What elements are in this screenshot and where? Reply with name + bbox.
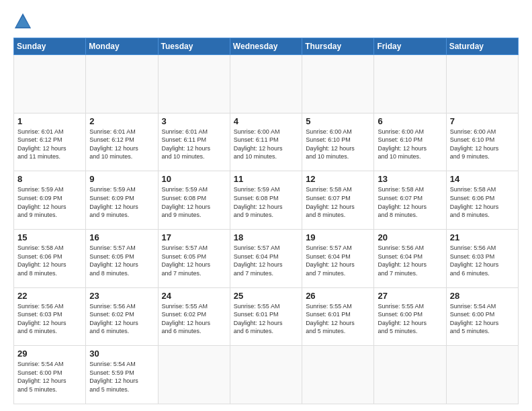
cell-info: Sunrise: 5:55 AMSunset: 6:01 PMDaylight:… xyxy=(234,302,298,336)
calendar-week-2: 8Sunrise: 5:59 AMSunset: 6:09 PMDaylight… xyxy=(14,171,519,230)
calendar-cell: 7Sunrise: 6:00 AMSunset: 6:10 PMDaylight… xyxy=(446,113,518,171)
day-number: 1 xyxy=(17,116,82,126)
header xyxy=(13,12,519,31)
day-number: 25 xyxy=(234,291,298,301)
calendar-cell: 29Sunrise: 5:54 AMSunset: 6:00 PMDayligh… xyxy=(14,346,86,404)
calendar-cell: 27Sunrise: 5:55 AMSunset: 6:00 PMDayligh… xyxy=(374,287,446,346)
calendar-cell: 26Sunrise: 5:55 AMSunset: 6:01 PMDayligh… xyxy=(302,287,374,346)
day-number: 3 xyxy=(162,116,226,126)
day-header-saturday: Saturday xyxy=(446,38,518,55)
logo-icon xyxy=(13,12,32,31)
day-number: 20 xyxy=(378,232,442,242)
cell-info: Sunrise: 6:00 AMSunset: 6:10 PMDaylight:… xyxy=(450,128,515,161)
calendar-cell: 22Sunrise: 5:56 AMSunset: 6:03 PMDayligh… xyxy=(14,287,86,346)
calendar-cell xyxy=(374,55,446,113)
day-number: 22 xyxy=(17,291,82,301)
calendar-cell: 30Sunrise: 5:54 AMSunset: 5:59 PMDayligh… xyxy=(86,346,158,404)
day-number: 28 xyxy=(450,291,515,301)
day-header-friday: Friday xyxy=(374,38,446,55)
day-header-sunday: Sunday xyxy=(14,38,86,55)
cell-info: Sunrise: 5:59 AMSunset: 6:08 PMDaylight:… xyxy=(162,185,226,219)
calendar-cell: 11Sunrise: 5:59 AMSunset: 6:08 PMDayligh… xyxy=(230,171,302,230)
calendar-week-5: 29Sunrise: 5:54 AMSunset: 6:00 PMDayligh… xyxy=(14,346,519,404)
cell-info: Sunrise: 5:54 AMSunset: 6:00 PMDaylight:… xyxy=(450,302,515,336)
day-number: 11 xyxy=(234,174,298,184)
day-number: 29 xyxy=(17,349,82,359)
day-header-thursday: Thursday xyxy=(302,38,374,55)
day-header-wednesday: Wednesday xyxy=(230,38,302,55)
calendar-cell xyxy=(158,346,230,404)
logo xyxy=(13,12,35,31)
cell-info: Sunrise: 5:56 AMSunset: 6:03 PMDaylight:… xyxy=(450,244,515,277)
day-header-monday: Monday xyxy=(86,38,158,55)
day-number: 18 xyxy=(234,232,298,242)
day-number: 15 xyxy=(17,232,82,242)
calendar-cell: 25Sunrise: 5:55 AMSunset: 6:01 PMDayligh… xyxy=(230,287,302,346)
calendar-cell: 4Sunrise: 6:00 AMSunset: 6:11 PMDaylight… xyxy=(230,113,302,171)
calendar-cell: 1Sunrise: 6:01 AMSunset: 6:12 PMDaylight… xyxy=(14,113,86,171)
cell-info: Sunrise: 5:56 AMSunset: 6:03 PMDaylight:… xyxy=(17,302,82,336)
calendar-cell: 24Sunrise: 5:55 AMSunset: 6:02 PMDayligh… xyxy=(158,287,230,346)
calendar-cell: 8Sunrise: 5:59 AMSunset: 6:09 PMDaylight… xyxy=(14,171,86,230)
page: SundayMondayTuesdayWednesdayThursdayFrid… xyxy=(0,0,532,411)
day-header-tuesday: Tuesday xyxy=(158,38,230,55)
cell-info: Sunrise: 5:55 AMSunset: 6:00 PMDaylight:… xyxy=(378,302,442,336)
calendar-cell: 9Sunrise: 5:59 AMSunset: 6:09 PMDaylight… xyxy=(86,171,158,230)
calendar-cell: 18Sunrise: 5:57 AMSunset: 6:04 PMDayligh… xyxy=(230,229,302,287)
day-number: 23 xyxy=(89,291,154,301)
calendar-cell: 20Sunrise: 5:56 AMSunset: 6:04 PMDayligh… xyxy=(374,229,446,287)
calendar-cell xyxy=(446,346,518,404)
calendar-cell: 17Sunrise: 5:57 AMSunset: 6:05 PMDayligh… xyxy=(158,229,230,287)
cell-info: Sunrise: 5:57 AMSunset: 6:04 PMDaylight:… xyxy=(306,244,370,277)
day-number: 27 xyxy=(378,291,442,301)
day-number: 14 xyxy=(450,174,515,184)
cell-info: Sunrise: 5:57 AMSunset: 6:05 PMDaylight:… xyxy=(162,244,226,277)
calendar-cell: 3Sunrise: 6:01 AMSunset: 6:11 PMDaylight… xyxy=(158,113,230,171)
calendar-cell xyxy=(302,346,374,404)
day-number: 26 xyxy=(306,291,370,301)
calendar-week-1: 1Sunrise: 6:01 AMSunset: 6:12 PMDaylight… xyxy=(14,113,519,171)
day-number: 24 xyxy=(162,291,226,301)
calendar-cell xyxy=(446,55,518,113)
day-number: 21 xyxy=(450,232,515,242)
calendar-cell xyxy=(86,55,158,113)
cell-info: Sunrise: 5:57 AMSunset: 6:04 PMDaylight:… xyxy=(234,244,298,277)
day-number: 6 xyxy=(378,116,442,126)
cell-info: Sunrise: 5:55 AMSunset: 6:01 PMDaylight:… xyxy=(306,302,370,336)
cell-info: Sunrise: 5:58 AMSunset: 6:06 PMDaylight:… xyxy=(17,244,82,277)
day-number: 17 xyxy=(162,232,226,242)
cell-info: Sunrise: 5:57 AMSunset: 6:05 PMDaylight:… xyxy=(89,244,154,277)
svg-marker-1 xyxy=(16,16,30,28)
calendar-header-row: SundayMondayTuesdayWednesdayThursdayFrid… xyxy=(14,38,519,55)
day-number: 2 xyxy=(89,116,154,126)
calendar-cell: 19Sunrise: 5:57 AMSunset: 6:04 PMDayligh… xyxy=(302,229,374,287)
calendar-cell xyxy=(158,55,230,113)
calendar-week-3: 15Sunrise: 5:58 AMSunset: 6:06 PMDayligh… xyxy=(14,229,519,287)
cell-info: Sunrise: 5:56 AMSunset: 6:02 PMDaylight:… xyxy=(89,302,154,336)
calendar-cell: 12Sunrise: 5:58 AMSunset: 6:07 PMDayligh… xyxy=(302,171,374,230)
calendar-cell xyxy=(14,55,86,113)
cell-info: Sunrise: 5:56 AMSunset: 6:04 PMDaylight:… xyxy=(378,244,442,277)
calendar-cell xyxy=(230,55,302,113)
cell-info: Sunrise: 5:54 AMSunset: 6:00 PMDaylight:… xyxy=(17,360,82,394)
calendar-cell: 21Sunrise: 5:56 AMSunset: 6:03 PMDayligh… xyxy=(446,229,518,287)
day-number: 19 xyxy=(306,232,370,242)
day-number: 13 xyxy=(378,174,442,184)
calendar-cell xyxy=(302,55,374,113)
calendar-cell: 28Sunrise: 5:54 AMSunset: 6:00 PMDayligh… xyxy=(446,287,518,346)
calendar-cell: 15Sunrise: 5:58 AMSunset: 6:06 PMDayligh… xyxy=(14,229,86,287)
calendar-cell xyxy=(230,346,302,404)
calendar-cell: 6Sunrise: 6:00 AMSunset: 6:10 PMDaylight… xyxy=(374,113,446,171)
calendar-week-0 xyxy=(14,55,519,113)
day-number: 12 xyxy=(306,174,370,184)
calendar-table: SundayMondayTuesdayWednesdayThursdayFrid… xyxy=(13,38,519,404)
day-number: 10 xyxy=(162,174,226,184)
day-number: 5 xyxy=(306,116,370,126)
cell-info: Sunrise: 6:00 AMSunset: 6:11 PMDaylight:… xyxy=(234,128,298,161)
day-number: 9 xyxy=(89,174,154,184)
calendar-week-4: 22Sunrise: 5:56 AMSunset: 6:03 PMDayligh… xyxy=(14,287,519,346)
cell-info: Sunrise: 5:59 AMSunset: 6:09 PMDaylight:… xyxy=(89,185,154,219)
cell-info: Sunrise: 5:59 AMSunset: 6:09 PMDaylight:… xyxy=(17,185,82,219)
cell-info: Sunrise: 6:01 AMSunset: 6:12 PMDaylight:… xyxy=(89,128,154,161)
calendar-cell: 16Sunrise: 5:57 AMSunset: 6:05 PMDayligh… xyxy=(86,229,158,287)
